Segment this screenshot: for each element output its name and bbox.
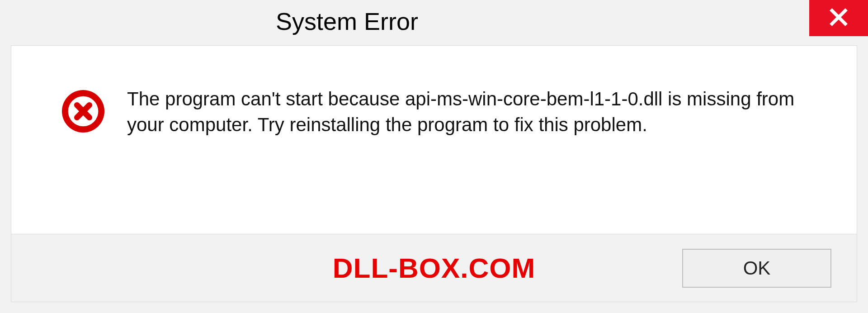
close-icon bbox=[829, 7, 849, 29]
dialog-content-panel: The program can't start because api-ms-w… bbox=[11, 45, 857, 302]
dialog-footer: DLL-BOX.COM OK bbox=[11, 234, 857, 302]
dialog-title: System Error bbox=[276, 7, 418, 35]
message-row: The program can't start because api-ms-w… bbox=[11, 46, 857, 156]
ok-button[interactable]: OK bbox=[682, 249, 831, 288]
error-message: The program can't start because api-ms-w… bbox=[127, 86, 796, 138]
error-icon bbox=[61, 89, 105, 135]
close-button[interactable] bbox=[809, 0, 868, 36]
titlebar: System Error bbox=[0, 0, 868, 41]
watermark-text: DLL-BOX.COM bbox=[333, 252, 535, 284]
